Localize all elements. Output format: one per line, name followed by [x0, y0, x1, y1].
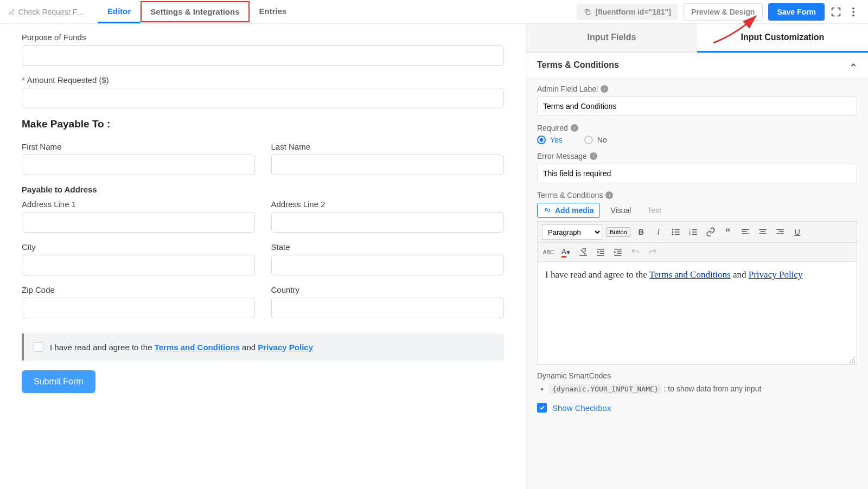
svg-rect-23: [776, 229, 784, 230]
required-yes[interactable]: Yes: [537, 136, 563, 144]
numbered-list-icon[interactable]: 123: [687, 226, 700, 239]
state-input[interactable]: [271, 255, 505, 275]
editor-privacy-link[interactable]: Privacy Policy: [749, 269, 803, 280]
purpose-input[interactable]: [22, 45, 504, 66]
info-icon[interactable]: i: [601, 85, 608, 93]
tc-lbl-text: Terms & Conditions: [537, 191, 603, 200]
align-center-icon[interactable]: [756, 226, 769, 239]
addr1-input[interactable]: [22, 212, 255, 233]
show-checkbox-check[interactable]: [537, 403, 547, 413]
add-media-text: Add media: [555, 206, 594, 215]
terms-checkbox[interactable]: [34, 342, 43, 352]
error-message-lbl: Error Messagei: [537, 152, 857, 160]
pencil-icon: [9, 8, 15, 16]
section-header-terms[interactable]: Terms & Conditions: [526, 53, 868, 78]
button-insert[interactable]: Button: [607, 227, 630, 237]
italic-icon[interactable]: I: [652, 226, 665, 239]
terms-link[interactable]: Terms and Conditions: [155, 343, 240, 352]
error-lbl-text: Error Message: [537, 152, 587, 160]
no-label: No: [597, 136, 607, 144]
svg-point-36: [854, 362, 855, 363]
last-name-input[interactable]: [271, 155, 505, 175]
svg-rect-22: [759, 233, 767, 234]
save-form-button[interactable]: Save Form: [768, 3, 825, 21]
error-message-input[interactable]: [537, 164, 857, 183]
info-icon[interactable]: i: [590, 152, 597, 160]
required-no[interactable]: No: [584, 136, 607, 144]
align-left-icon[interactable]: [739, 226, 752, 239]
admin-field-label-input[interactable]: [537, 96, 857, 116]
terms-block[interactable]: I have read and agree to the Terms and C…: [22, 333, 504, 361]
smartcode-item: {dynamic.YOUR_INPUT_NAME} : to show data…: [549, 384, 857, 393]
strikethrough-icon[interactable]: ABC: [542, 246, 555, 259]
info-icon[interactable]: i: [571, 124, 578, 132]
terms-pre: I have read and agree to the: [50, 343, 155, 352]
indent-icon[interactable]: [611, 246, 624, 259]
svg-rect-14: [692, 231, 697, 233]
form-name[interactable]: Check Request F…: [9, 8, 85, 16]
underline-icon[interactable]: U: [791, 226, 804, 239]
bullet-list-icon[interactable]: [669, 226, 682, 239]
tab-input-customization[interactable]: Input Customization: [697, 24, 868, 53]
editor-body[interactable]: I have read and agree to the Terms and C…: [537, 262, 857, 365]
paragraph-select[interactable]: Paragraph: [542, 224, 602, 240]
tab-entries[interactable]: Entries: [250, 1, 297, 23]
smartcodes-title: Dynamic SmartCodes: [537, 371, 857, 380]
state-label: State: [271, 242, 505, 252]
first-name-input[interactable]: [22, 155, 255, 175]
submit-form-button[interactable]: Submit Form: [22, 370, 95, 393]
svg-point-39: [852, 359, 853, 361]
shortcode-button[interactable]: [fluentform id="181"]: [577, 4, 678, 20]
link-icon[interactable]: [704, 226, 717, 239]
undo-icon[interactable]: [629, 246, 642, 259]
country-label: Country: [271, 285, 505, 294]
chevron-up-icon: [850, 61, 857, 69]
svg-rect-0: [586, 11, 590, 15]
expand-icon[interactable]: [830, 6, 842, 18]
outdent-icon[interactable]: [594, 246, 607, 259]
editor-tab-visual[interactable]: Visual: [605, 203, 637, 217]
addr2-input[interactable]: [271, 212, 505, 233]
text-color-icon[interactable]: A ▾: [559, 246, 572, 259]
purpose-label: Purpose of Funds: [22, 33, 504, 42]
tab-editor[interactable]: Editor: [98, 1, 141, 23]
tab-input-fields[interactable]: Input Fields: [526, 24, 697, 52]
svg-point-4: [545, 209, 547, 211]
tab-settings-integrations[interactable]: Settings & Integrations: [141, 1, 249, 22]
last-name-label: Last Name: [271, 142, 505, 151]
quote-icon[interactable]: “: [722, 226, 735, 239]
svg-rect-27: [600, 251, 604, 252]
editor-mid: and: [731, 269, 749, 280]
clear-format-icon[interactable]: [577, 246, 590, 259]
svg-rect-26: [597, 249, 604, 250]
more-icon[interactable]: [847, 6, 859, 18]
svg-rect-17: [742, 229, 749, 230]
city-input[interactable]: [22, 255, 255, 275]
svg-rect-25: [776, 233, 784, 234]
svg-rect-30: [614, 249, 622, 250]
svg-point-7: [672, 231, 673, 233]
info-icon[interactable]: i: [605, 191, 613, 199]
amount-input[interactable]: [22, 88, 504, 108]
privacy-link[interactable]: Privacy Policy: [258, 343, 313, 352]
show-checkbox-row[interactable]: Show Checkbox: [537, 403, 857, 413]
required-star: *: [22, 75, 25, 85]
svg-rect-8: [675, 231, 680, 233]
svg-point-5: [672, 229, 673, 230]
svg-text:3: 3: [689, 233, 691, 236]
redo-icon[interactable]: [646, 246, 659, 259]
align-right-icon[interactable]: [774, 226, 787, 239]
preview-design-button[interactable]: Preview & Design: [683, 3, 763, 21]
editor-tab-text[interactable]: Text: [642, 203, 667, 217]
country-input[interactable]: [271, 298, 505, 318]
resize-handle-icon[interactable]: [849, 357, 856, 363]
media-icon: [543, 206, 552, 215]
add-media-button[interactable]: Add media: [537, 203, 600, 218]
amount-label: *Amount Requested ($): [22, 75, 504, 85]
required-text: Required: [537, 124, 568, 132]
bold-icon[interactable]: B: [635, 226, 648, 239]
right-sidebar: Input Fields Input Customization Terms &…: [526, 24, 868, 489]
svg-rect-33: [614, 255, 622, 256]
editor-terms-link[interactable]: Terms and Conditions: [649, 269, 731, 280]
zip-input[interactable]: [22, 298, 255, 318]
